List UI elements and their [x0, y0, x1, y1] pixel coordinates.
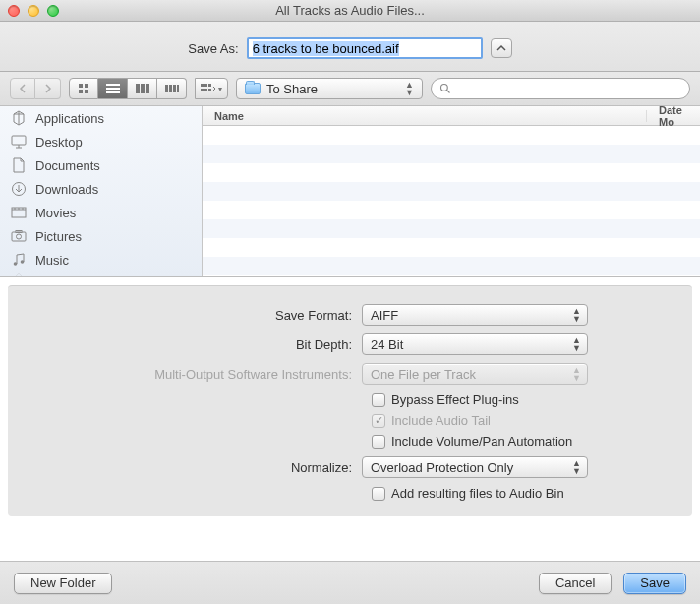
save-as-label: Save As:	[188, 41, 238, 56]
list-row	[203, 219, 700, 238]
column-name[interactable]: Name	[203, 110, 647, 122]
new-folder-button[interactable]: New Folder	[14, 573, 112, 594]
updown-arrows-icon: ▲▼	[405, 81, 414, 96]
filename-input[interactable]	[247, 37, 483, 59]
desktop-icon	[10, 134, 28, 150]
music-icon	[10, 252, 28, 268]
chevron-right-icon	[44, 84, 52, 93]
back-button[interactable]	[10, 78, 35, 99]
search-input[interactable]	[457, 82, 681, 95]
list-row	[203, 145, 700, 163]
cancel-button[interactable]: Cancel	[539, 573, 612, 594]
sidebar-item-label: Pictures	[35, 229, 82, 244]
svg-rect-16	[208, 84, 211, 87]
nav-button-group	[10, 78, 61, 99]
normalize-value: Overload Protection Only	[371, 460, 513, 475]
multi-output-select: One File per Track ▲▼	[362, 363, 588, 385]
path-label: To Share	[266, 82, 318, 96]
svg-rect-31	[12, 232, 26, 241]
svg-rect-1	[85, 84, 88, 88]
titlebar: All Tracks as Audio Files...	[0, 0, 700, 22]
multi-output-row: Multi-Output Software Instruments: One F…	[37, 363, 663, 385]
bit-depth-row: Bit Depth: 24 Bit ▲▼	[37, 333, 663, 355]
sidebar[interactable]: Applications Desktop Documents Downloads…	[0, 106, 203, 276]
column-view-button[interactable]	[128, 78, 157, 99]
sidebar-item-label: Movies	[35, 206, 76, 220]
column-date[interactable]: Date Mo	[647, 104, 700, 128]
normalize-label: Normalize:	[37, 460, 362, 475]
save-format-select[interactable]: AIFF ▲▼	[362, 304, 588, 326]
folder-icon	[245, 83, 261, 94]
include-tail-row: Include Audio Tail	[37, 413, 663, 428]
svg-rect-9	[146, 84, 149, 93]
search-field-wrap[interactable]	[431, 78, 690, 99]
svg-rect-3	[85, 90, 88, 93]
save-format-label: Save Format:	[37, 308, 362, 323]
svg-rect-14	[201, 84, 204, 87]
updown-arrows-icon: ▲▼	[572, 307, 581, 323]
svg-point-34	[14, 262, 18, 266]
svg-rect-22	[12, 136, 26, 145]
sidebar-item-movies[interactable]: Movies	[0, 201, 202, 224]
include-tail-label: Include Audio Tail	[391, 413, 491, 428]
arrange-icon	[201, 84, 216, 93]
sidebar-item-label: Music	[35, 253, 69, 268]
add-to-bin-label: Add resulting files to Audio Bin	[391, 486, 564, 501]
sidebar-item-label: Downloads	[35, 182, 98, 197]
add-to-bin-checkbox[interactable]	[372, 487, 385, 501]
updown-arrows-icon: ▲▼	[572, 459, 581, 475]
svg-rect-13	[177, 85, 179, 92]
icon-view-button[interactable]	[69, 78, 98, 99]
path-popup[interactable]: To Share ▲▼	[236, 78, 423, 99]
add-to-bin-row: Add resulting files to Audio Bin	[37, 486, 663, 501]
list-header[interactable]: Name Date Mo	[203, 106, 700, 126]
updown-arrows-icon: ▲▼	[572, 366, 581, 382]
svg-rect-2	[79, 90, 83, 93]
updown-arrows-icon: ▲▼	[572, 336, 581, 352]
svg-rect-11	[169, 85, 172, 92]
list-row	[203, 182, 700, 201]
svg-rect-12	[173, 85, 176, 92]
list-row	[203, 126, 700, 145]
bit-depth-label: Bit Depth:	[37, 337, 362, 352]
coverflow-view-button[interactable]	[157, 78, 187, 99]
sidebar-item-documents[interactable]: Documents	[0, 153, 202, 177]
sidebar-item-music[interactable]: Music	[0, 248, 202, 272]
svg-rect-15	[204, 84, 207, 87]
file-browser: Applications Desktop Documents Downloads…	[0, 106, 700, 277]
icon-view-icon	[78, 83, 89, 94]
sidebar-item-pictures[interactable]: Pictures	[0, 224, 202, 248]
chevron-up-icon	[496, 44, 506, 52]
collapse-sheet-button[interactable]	[491, 38, 512, 58]
arrange-button[interactable]: ▾	[195, 78, 228, 99]
file-list-rows[interactable]	[203, 126, 700, 276]
sidebar-item-label: Documents	[35, 158, 100, 173]
search-icon	[439, 83, 451, 94]
options-panel: Save Format: AIFF ▲▼ Bit Depth: 24 Bit ▲…	[8, 285, 692, 516]
svg-rect-8	[141, 84, 145, 93]
list-row	[203, 201, 700, 219]
normalize-select[interactable]: Overload Protection Only ▲▼	[362, 456, 588, 478]
svg-rect-19	[208, 89, 211, 91]
sidebar-item-downloads[interactable]: Downloads	[0, 177, 202, 201]
sidebar-item-desktop[interactable]: Desktop	[0, 130, 202, 153]
window-title: All Tracks as Audio Files...	[0, 3, 700, 18]
include-vol-checkbox[interactable]	[372, 435, 385, 449]
bit-depth-select[interactable]: 24 Bit ▲▼	[362, 333, 588, 355]
save-button[interactable]: Save	[623, 573, 686, 594]
bypass-checkbox[interactable]	[372, 393, 385, 407]
svg-rect-5	[106, 88, 120, 90]
movies-icon	[10, 205, 28, 220]
sidebar-item-applications[interactable]: Applications	[0, 106, 202, 130]
svg-rect-6	[106, 91, 120, 93]
include-vol-label: Include Volume/Pan Automation	[391, 434, 572, 449]
svg-rect-4	[106, 84, 120, 86]
bypass-row: Bypass Effect Plug-ins	[37, 393, 663, 407]
forward-button[interactable]	[35, 78, 61, 99]
multi-output-value: One File per Track	[371, 367, 476, 382]
save-as-bar: Save As:	[0, 22, 700, 72]
chevron-left-icon	[19, 84, 27, 93]
list-view-button[interactable]	[98, 78, 128, 99]
sidebar-item-truncated	[0, 272, 202, 276]
column-view-icon	[136, 84, 149, 93]
